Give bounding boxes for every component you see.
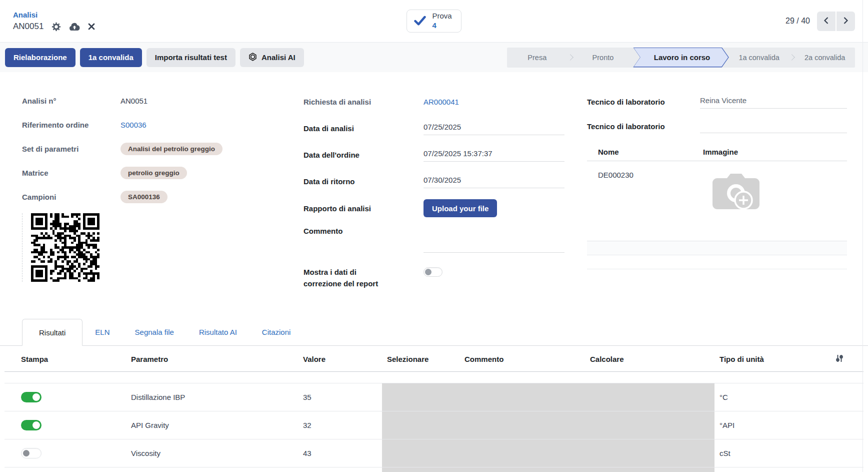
equipment-empty-row bbox=[587, 255, 847, 269]
technician2-label: Tecnico di laboratorio bbox=[587, 122, 700, 131]
parameter-cell: Distillazione IBP bbox=[119, 383, 296, 411]
equipment-name-header: Nome bbox=[587, 148, 695, 156]
result-row: API Gravity 32 °API bbox=[4, 411, 864, 439]
samples-label: Campioni bbox=[22, 193, 120, 201]
header-selezionare[interactable]: Selezionare bbox=[382, 346, 460, 372]
order-ref-label: Riferimento ordine bbox=[22, 121, 120, 129]
breadcrumb: Analisi AN0051 bbox=[13, 11, 223, 32]
commento-cell-disabled bbox=[460, 439, 585, 467]
analysis-no-value: AN0051 bbox=[120, 97, 148, 105]
return-date-input[interactable]: 07/30/2025 bbox=[424, 175, 564, 188]
gear-icon[interactable] bbox=[52, 22, 61, 32]
comment-input[interactable] bbox=[424, 230, 564, 253]
samples-tag[interactable]: SA000136 bbox=[120, 191, 168, 203]
results-header-row: Stampa Parametro Valore Selezionare Comm… bbox=[4, 346, 864, 372]
form-right-column: Tecnico di laboratorio Reina Vicente Tec… bbox=[587, 93, 847, 319]
upload-file-button[interactable]: Upload your file bbox=[424, 199, 497, 217]
equipment-image-header: Immagine bbox=[695, 148, 738, 156]
print-toggle[interactable] bbox=[21, 392, 42, 402]
status-step-lavoro-in-corso[interactable]: Lavoro in corso bbox=[633, 48, 729, 68]
parameter-set-tag[interactable]: Analisi del petrolio greggio bbox=[120, 143, 222, 155]
breadcrumb-analisi-link[interactable]: Analisi bbox=[13, 11, 38, 19]
pager-count: 29 / 40 bbox=[786, 17, 810, 26]
record-title: AN0051 bbox=[13, 22, 44, 32]
matrix-tag[interactable]: petrolio greggio bbox=[120, 167, 187, 179]
tab-citazioni[interactable]: Citazioni bbox=[250, 319, 304, 345]
show-correction-toggle[interactable] bbox=[424, 267, 442, 277]
selezionare-cell-disabled bbox=[382, 439, 460, 467]
comment-label: Commento bbox=[304, 227, 424, 235]
selezionare-cell-disabled bbox=[382, 383, 460, 411]
unit-cell: °API bbox=[714, 411, 822, 439]
parameter-set-label: Set di parametri bbox=[22, 145, 120, 153]
rework-button[interactable]: Rielaborazione bbox=[5, 48, 76, 67]
result-row-partial bbox=[4, 467, 864, 472]
show-correction-label: Mostra i dati di correzione del report bbox=[304, 266, 424, 290]
camera-plus-icon[interactable] bbox=[695, 161, 762, 241]
header-stampa[interactable]: Stampa bbox=[4, 346, 119, 372]
order-ref-link[interactable]: S00036 bbox=[120, 121, 146, 129]
header-tipo-di-unita[interactable]: Tipo di unità bbox=[714, 346, 822, 372]
stat-button-value: 4 bbox=[432, 21, 436, 30]
print-toggle[interactable] bbox=[21, 448, 42, 458]
action-bar: Rielaborazione 1a convalida Importa risu… bbox=[0, 43, 868, 72]
technician2-input[interactable] bbox=[700, 120, 847, 133]
analysis-request-link[interactable]: AR000041 bbox=[424, 98, 459, 106]
ai-analysis-button[interactable]: Analisi AI bbox=[240, 48, 304, 67]
chevron-left-icon bbox=[824, 17, 829, 26]
calcolare-cell-disabled bbox=[585, 383, 714, 411]
analysis-request-label: Richiesta di analisi bbox=[304, 98, 424, 106]
analysis-no-label: Analisi n° bbox=[22, 97, 120, 105]
chevron-right-icon bbox=[843, 17, 848, 26]
equipment-empty-row bbox=[587, 241, 847, 255]
parameter-cell: API Gravity bbox=[119, 411, 296, 439]
cloud-upload-icon[interactable] bbox=[69, 23, 80, 31]
equipment-name-cell[interactable]: DE000230 bbox=[587, 161, 695, 241]
tab-risultati[interactable]: Risultati bbox=[22, 319, 82, 346]
openai-icon bbox=[248, 53, 257, 63]
commento-cell-disabled bbox=[460, 383, 585, 411]
order-date-input[interactable]: 07/25/2025 15:37:37 bbox=[424, 148, 564, 162]
form-left-column: Analisi n° AN0051 Riferimento ordine S00… bbox=[22, 93, 304, 319]
status-step-1a-convalida[interactable]: 1a convalida bbox=[729, 48, 790, 68]
top-bar: Analisi AN0051 bbox=[0, 0, 868, 43]
value-cell[interactable]: 43 bbox=[296, 439, 382, 467]
header-calcolare[interactable]: Calcolare bbox=[585, 346, 714, 372]
status-step-presa[interactable]: Presa bbox=[507, 48, 568, 68]
column-options-icon[interactable] bbox=[835, 354, 844, 364]
print-toggle[interactable] bbox=[21, 420, 42, 430]
header-commento[interactable]: Commento bbox=[460, 346, 585, 372]
result-row: Distillazione IBP 35 °C bbox=[4, 383, 864, 411]
statusbar: Presa Pronto Lavoro in corso 1a convalid… bbox=[507, 48, 855, 68]
matrix-label: Matrice bbox=[22, 169, 120, 177]
value-cell[interactable]: 32 bbox=[296, 411, 382, 439]
analysis-date-input[interactable]: 07/25/2025 bbox=[424, 122, 564, 135]
status-step-pronto[interactable]: Pronto bbox=[573, 48, 634, 68]
tab-risultato-ai[interactable]: Risultato AI bbox=[186, 319, 250, 345]
technician1-input[interactable]: Reina Vicente bbox=[700, 95, 847, 109]
header-parametro[interactable]: Parametro bbox=[119, 346, 296, 372]
status-step-2a-convalida[interactable]: 2a convalida bbox=[794, 48, 855, 68]
tab-segnala-file[interactable]: Segnala file bbox=[122, 319, 186, 345]
header-valore[interactable]: Valore bbox=[296, 346, 382, 372]
result-row: Viscosity 43 cSt bbox=[4, 439, 864, 467]
prova-stat-button[interactable]: Prova 4 bbox=[406, 10, 461, 33]
equipment-table: Nome Immagine DE000230 bbox=[587, 148, 847, 269]
calcolare-cell-disabled bbox=[585, 439, 714, 467]
unit-cell: °C bbox=[714, 383, 822, 411]
commento-cell-disabled bbox=[460, 411, 585, 439]
pager-previous-button[interactable] bbox=[817, 12, 836, 31]
first-validation-button[interactable]: 1a convalida bbox=[80, 48, 142, 67]
spacer-row bbox=[4, 372, 864, 383]
order-date-label: Data dell'ordine bbox=[304, 151, 424, 159]
unit-cell: cSt bbox=[714, 439, 822, 467]
technician1-label: Tecnico di laboratorio bbox=[587, 98, 700, 106]
import-test-results-button[interactable]: Importa risultati test bbox=[146, 48, 236, 67]
tab-eln[interactable]: ELN bbox=[82, 319, 122, 345]
close-icon[interactable] bbox=[88, 23, 95, 30]
form-middle-column: Richiesta di analisi AR000041 Data di an… bbox=[304, 93, 587, 319]
equipment-row[interactable]: DE000230 bbox=[587, 161, 847, 241]
notebook-tabs: Risultati ELN Segnala file Risultato AI … bbox=[0, 319, 868, 346]
pager-next-button[interactable] bbox=[836, 12, 855, 31]
value-cell[interactable]: 35 bbox=[296, 383, 382, 411]
